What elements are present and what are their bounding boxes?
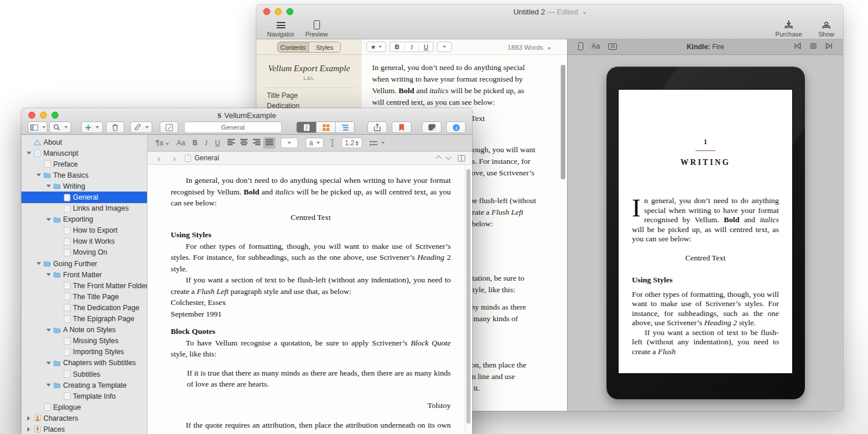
corkboard-view-button[interactable] — [316, 122, 335, 133]
binder-item-places[interactable]: Places — [21, 424, 147, 434]
binder-item-moving-on[interactable]: Moving On — [21, 247, 147, 258]
share-button[interactable] — [367, 122, 387, 133]
quick-reference-button[interactable] — [422, 122, 442, 133]
style-star-button[interactable]: ★ — [366, 42, 386, 52]
outline-view-button[interactable] — [335, 122, 354, 133]
compose-button[interactable] — [160, 122, 178, 133]
navigator-button[interactable]: Navigator — [262, 20, 299, 38]
binder-item-writing[interactable]: Writing — [21, 181, 147, 192]
binder-item-subtitles[interactable]: Subtitles — [21, 369, 147, 380]
style-dropdown[interactable] — [281, 138, 298, 148]
binder-item-the-basics[interactable]: The Basics — [21, 170, 147, 181]
binder-item-manuscript[interactable]: Manuscript — [21, 148, 147, 159]
bold-button[interactable]: B — [193, 139, 198, 147]
add-item-button[interactable] — [81, 122, 103, 133]
document-title-field[interactable]: General — [184, 122, 282, 133]
inspector-button[interactable]: i — [446, 122, 466, 133]
split-editor-icon[interactable] — [458, 155, 465, 161]
editor-scrollbar-thumb[interactable] — [466, 169, 470, 424]
binder-item-chapters-with-subtitles[interactable]: Chapters with Subtitles — [21, 358, 147, 369]
next-document-icon[interactable] — [446, 154, 451, 160]
binder-item-the-front-matter-folder[interactable]: The Front Matter Folder — [21, 280, 147, 291]
more-formats-button[interactable] — [437, 42, 452, 52]
binder-item-going-further[interactable]: Going Further — [21, 258, 147, 269]
font-button[interactable]: Aa — [176, 139, 185, 147]
editor-paragraph: Tolstoy — [171, 400, 451, 411]
chapter-title: WRITING — [632, 158, 779, 168]
previous-document-icon[interactable] — [436, 155, 442, 161]
disclosure-open-icon[interactable] — [45, 329, 52, 332]
align-left-button[interactable] — [227, 139, 235, 147]
disclosure-open-icon[interactable] — [45, 384, 52, 387]
binder-toggle-button[interactable] — [28, 122, 47, 133]
last-page-icon[interactable] — [825, 43, 833, 49]
tab-styles[interactable]: Styles — [309, 42, 340, 52]
align-right-button[interactable] — [253, 139, 260, 147]
window-title: SVellumExample — [21, 111, 472, 120]
disclosure-open-icon[interactable] — [45, 218, 52, 221]
underline-button[interactable]: U — [215, 139, 220, 147]
vellum-editor-scrollbar[interactable] — [561, 65, 565, 179]
binder-item-how-it-works[interactable]: How it Works — [21, 236, 147, 247]
toc-icon[interactable] — [810, 43, 817, 49]
binder-item-preface[interactable]: Preface — [21, 159, 147, 170]
underline-button[interactable]: U — [418, 43, 433, 50]
binder-item-links-and-images[interactable]: Links and Images — [21, 203, 147, 214]
binder-item-the-dedication-page[interactable]: The Dedication Page — [21, 302, 147, 313]
binder-item-missing-styles[interactable]: Missing Styles — [21, 336, 147, 347]
binder-item-the-epigraph-page[interactable]: The Epigraph Page — [21, 314, 147, 325]
disclosure-closed-icon[interactable] — [25, 427, 32, 432]
binder-item-exporting[interactable]: Exporting — [21, 214, 147, 225]
italic-button[interactable]: I — [205, 139, 207, 148]
back-button[interactable]: ‹ — [155, 153, 163, 163]
disclosure-open-icon[interactable] — [45, 273, 52, 276]
binder-item-template-info[interactable]: Template Info — [21, 391, 147, 402]
word-count[interactable]: 1883 Words — [507, 44, 551, 51]
show-button[interactable]: Show — [813, 20, 840, 38]
binder-item-characters[interactable]: Characters — [21, 413, 147, 424]
bold-button[interactable]: B — [390, 43, 404, 50]
editor-header-title[interactable]: General — [194, 154, 219, 162]
doc-icon — [62, 315, 72, 323]
text-color-button[interactable]: a — [306, 138, 323, 148]
scrivener-editor-text[interactable]: In general, you don’t need to do anythin… — [148, 165, 465, 434]
preview-button[interactable]: Preview — [298, 20, 335, 38]
binder-item-general[interactable]: General — [21, 192, 147, 203]
binder-item-front-matter[interactable]: Front Matter — [21, 269, 147, 280]
binder-item-importing-styles[interactable]: Importing Styles — [21, 347, 147, 358]
line-spacing-stepper[interactable]: 1.2 — [341, 138, 363, 148]
disclosure-open-icon[interactable] — [45, 362, 52, 365]
disclosure-closed-icon[interactable] — [25, 416, 32, 421]
binder-item-how-to-export[interactable]: How to Export — [21, 225, 147, 236]
align-center-button[interactable] — [240, 139, 248, 147]
binder-item-creating-a-template[interactable]: Creating a Template — [21, 380, 147, 391]
tab-contents[interactable]: Contents — [278, 42, 309, 52]
title-dropdown-icon[interactable] — [583, 12, 586, 14]
contents-item[interactable]: Title Page — [256, 90, 362, 101]
editor-scrollbar-track[interactable] — [465, 165, 472, 434]
disclosure-open-icon[interactable] — [35, 174, 42, 176]
disclosure-open-icon[interactable] — [35, 262, 42, 265]
attach-button[interactable] — [130, 122, 152, 133]
disclosure-open-icon[interactable] — [45, 185, 52, 187]
plus-icon — [85, 124, 91, 131]
binder-item-about[interactable]: About — [21, 137, 147, 148]
italic-button[interactable]: I — [404, 43, 419, 50]
doc-icon — [62, 392, 72, 400]
disclosure-open-icon[interactable] — [25, 152, 32, 155]
paragraph-style-button[interactable]: ¶a — [156, 139, 169, 147]
forward-button[interactable]: › — [170, 153, 179, 163]
doc-icon — [62, 205, 72, 212]
purchase-button[interactable]: Purchase — [770, 20, 807, 38]
trash-button[interactable] — [106, 122, 124, 133]
bookmark-button[interactable] — [392, 122, 411, 133]
list-button[interactable] — [370, 141, 385, 146]
first-page-icon[interactable] — [794, 43, 801, 49]
line-height-icon[interactable]: I — [331, 139, 334, 146]
binder-item-the-title-page[interactable]: The Title Page — [21, 291, 147, 302]
binder-item-a-note-on-styles[interactable]: A Note on Styles — [21, 325, 147, 336]
document-view-button[interactable] — [297, 122, 316, 133]
align-justify-button[interactable] — [263, 137, 275, 149]
binder-item-epilogue[interactable]: Epilogue — [21, 402, 147, 413]
search-button[interactable] — [49, 122, 71, 133]
